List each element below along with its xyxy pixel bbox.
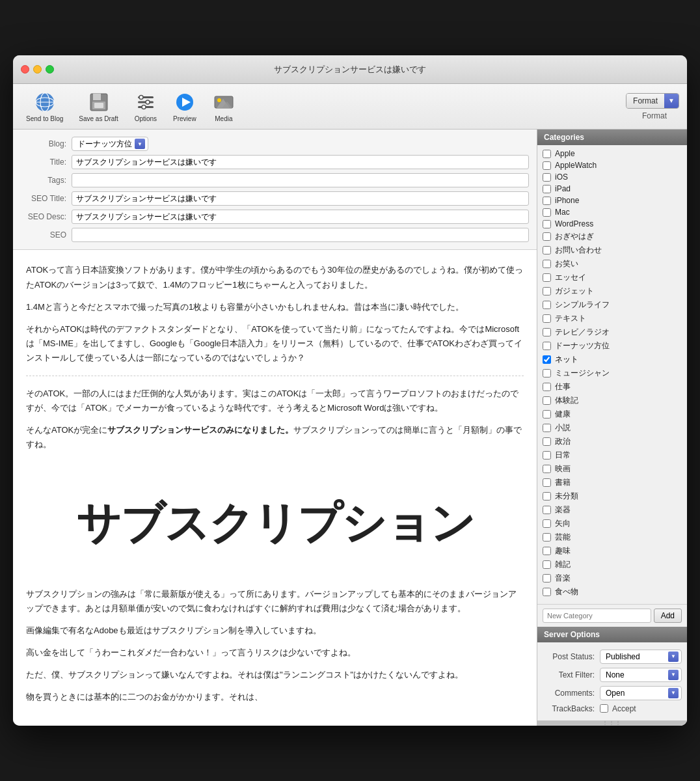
category-label: エッセイ (555, 272, 586, 283)
format-chevron-icon: ▼ (664, 94, 679, 108)
category-checkbox[interactable] (543, 185, 551, 193)
category-checkbox[interactable] (543, 560, 551, 569)
post-status-label: Post Status: (543, 652, 595, 661)
format-button[interactable]: Format ▼ (626, 93, 679, 109)
tags-input[interactable] (72, 173, 529, 187)
title-label: Title: (21, 158, 66, 167)
save-as-draft-button[interactable]: Save as Draft (74, 88, 124, 125)
category-checkbox[interactable] (543, 519, 551, 528)
category-checkbox[interactable] (543, 506, 551, 514)
category-checkbox[interactable] (543, 260, 551, 268)
category-checkbox[interactable] (543, 574, 551, 582)
text-filter-row: Text Filter: None ▼ (543, 666, 682, 684)
editor-para-1: ATOKって言う日本語変換ソフトがあります。僕が中学生の頃からあるのでもう30年… (26, 263, 524, 292)
maximize-button[interactable] (46, 65, 54, 74)
category-checkbox[interactable] (543, 451, 551, 459)
category-item: 食べ物 (537, 585, 687, 599)
category-checkbox[interactable] (543, 369, 551, 377)
category-item: 趣味 (537, 544, 687, 558)
category-checkbox[interactable] (543, 342, 551, 350)
category-checkbox[interactable] (543, 328, 551, 336)
category-checkbox[interactable] (543, 208, 551, 217)
category-checkbox[interactable] (543, 314, 551, 323)
category-checkbox[interactable] (543, 478, 551, 487)
seo-desc-label: SEO Desc: (21, 212, 66, 221)
category-label: iOS (555, 172, 568, 182)
text-filter-label: Text Filter: (543, 670, 595, 679)
trackbacks-label: TrackBacks: (543, 704, 595, 713)
add-category-button[interactable]: Add (654, 609, 682, 623)
seo-title-input[interactable] (72, 191, 529, 206)
text-filter-select[interactable]: None ▼ (600, 668, 682, 682)
category-checkbox[interactable] (543, 492, 551, 500)
category-item: 日常 (537, 448, 687, 462)
category-checkbox[interactable] (543, 232, 551, 241)
category-checkbox[interactable] (543, 301, 551, 309)
category-label: 仕事 (555, 381, 571, 392)
media-button[interactable]: Media (207, 88, 241, 125)
category-checkbox[interactable] (543, 383, 551, 391)
send-to-blog-button[interactable]: Send to Blog (21, 88, 68, 125)
category-checkbox[interactable] (543, 355, 551, 364)
category-label: シンプルライフ (555, 299, 610, 310)
category-checkbox[interactable] (543, 410, 551, 418)
editor-big-text: サブスクリプション (26, 459, 524, 587)
category-item: iPhone (537, 195, 687, 206)
sidebar: Categories AppleAppleWatchiOSiPadiPhoneM… (537, 130, 687, 725)
category-checkbox[interactable] (543, 246, 551, 254)
category-checkbox[interactable] (543, 437, 551, 446)
category-checkbox[interactable] (543, 588, 551, 596)
category-checkbox[interactable] (543, 150, 551, 158)
category-label: 音楽 (555, 573, 571, 584)
category-checkbox[interactable] (543, 197, 551, 205)
category-checkbox[interactable] (543, 161, 551, 170)
send-to-blog-label: Send to Blog (26, 115, 63, 122)
category-item: WordPress (537, 218, 687, 230)
category-item: iPad (537, 183, 687, 195)
save-as-draft-icon (87, 90, 111, 114)
svg-point-13 (142, 105, 146, 109)
resize-handle[interactable]: ⋮⋮⋮ (537, 720, 687, 726)
category-label: お問い合わせ (555, 245, 602, 256)
category-item: テキスト (537, 312, 687, 325)
post-status-chevron-icon: ▼ (668, 651, 679, 662)
category-checkbox[interactable] (543, 465, 551, 473)
category-checkbox[interactable] (543, 287, 551, 295)
new-category-row: Add (537, 604, 687, 627)
preview-button[interactable]: Preview (168, 88, 202, 125)
category-checkbox[interactable] (543, 396, 551, 405)
new-category-input[interactable] (543, 609, 651, 623)
editor-divider (26, 376, 524, 376)
content-area: Blog: ドーナッツ方位 ▼ Title: Tags: SEO Title: (13, 130, 537, 725)
comments-select[interactable]: Open ▼ (600, 686, 682, 700)
seo-desc-row: SEO Desc: (13, 208, 537, 226)
options-button[interactable]: Options (129, 88, 163, 125)
blog-select[interactable]: ドーナッツ方位 ▼ (72, 137, 148, 151)
category-checkbox[interactable] (543, 173, 551, 182)
accept-checkbox[interactable] (600, 704, 608, 713)
category-label: 芸能 (555, 532, 571, 543)
title-input[interactable] (72, 155, 529, 169)
title-bar: サブスクリプションサービスは嫌いです (13, 55, 687, 84)
window-title: サブスクリプションサービスは嫌いです (274, 64, 426, 75)
category-checkbox[interactable] (543, 533, 551, 541)
category-checkbox[interactable] (543, 424, 551, 432)
close-button[interactable] (21, 65, 29, 74)
category-label: ネット (555, 354, 578, 365)
post-status-select[interactable]: Published ▼ (600, 650, 682, 664)
seo-desc-input[interactable] (72, 210, 529, 224)
categories-header: Categories (537, 130, 687, 145)
category-checkbox[interactable] (543, 273, 551, 282)
comments-value: Open (606, 689, 666, 698)
category-item: ガジェット (537, 284, 687, 298)
seo-input[interactable] (72, 228, 529, 242)
seo-row: SEO (13, 226, 537, 244)
category-label: ドーナッツ方位 (555, 340, 610, 351)
minimize-button[interactable] (33, 65, 42, 74)
blog-value: ドーナッツ方位 (77, 139, 132, 150)
editor[interactable]: ATOKって言う日本語変換ソフトがあります。僕が中学生の頃からあるのでもう30年… (13, 250, 537, 725)
save-as-draft-label: Save as Draft (79, 115, 118, 122)
category-checkbox[interactable] (543, 220, 551, 228)
category-item: Mac (537, 206, 687, 218)
category-checkbox[interactable] (543, 547, 551, 555)
